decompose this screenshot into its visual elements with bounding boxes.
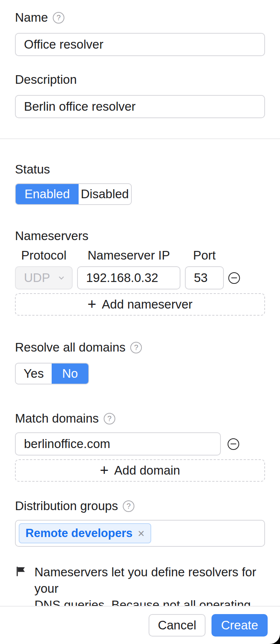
nameservers-label: Nameservers xyxy=(15,229,88,243)
port-input[interactable] xyxy=(185,266,224,289)
remove-domain-icon[interactable] xyxy=(228,438,239,450)
add-nameserver-label: Add nameserver xyxy=(102,297,192,312)
help-icon[interactable]: ? xyxy=(53,12,64,24)
section-divider xyxy=(0,138,280,139)
add-domain-label: Add domain xyxy=(114,463,180,478)
match-domains-label: Match domains xyxy=(15,411,99,426)
nameservers-header: Protocol Nameserver IP Port xyxy=(15,248,265,263)
distribution-groups-label-row: Distribution groups ? xyxy=(15,499,265,513)
chevron-down-icon xyxy=(57,273,66,282)
flag-icon xyxy=(15,566,26,577)
help-icon[interactable]: ? xyxy=(104,413,115,424)
match-domains-label-row: Match domains ? xyxy=(15,411,265,426)
plus-icon: + xyxy=(100,463,109,478)
resolve-all-domains-toggle: Yes No xyxy=(15,363,89,384)
screen-corner-artifact xyxy=(270,634,280,644)
resolver-form: Name ? Description Status Enabled Disabl… xyxy=(0,0,280,644)
group-tag: Remote developers × xyxy=(19,523,151,543)
help-icon[interactable]: ? xyxy=(130,342,142,353)
description-label: Description xyxy=(15,73,77,87)
description-label-row: Description xyxy=(15,73,265,87)
name-label-row: Name ? xyxy=(15,10,265,25)
create-button[interactable]: Create xyxy=(211,614,268,637)
remove-nameserver-icon[interactable] xyxy=(228,272,240,284)
port-column-header: Port xyxy=(185,248,224,263)
note-line: Nameservers let you define resolvers for… xyxy=(34,564,265,597)
protocol-select[interactable]: UDP xyxy=(15,266,73,289)
add-domain-button[interactable]: + Add domain xyxy=(15,459,265,482)
status-label-row: Status xyxy=(15,162,265,177)
plus-icon: + xyxy=(88,297,96,312)
resolve-all-domains-label: Resolve all domains xyxy=(15,340,125,355)
match-domain-input[interactable] xyxy=(15,432,221,456)
protocol-column-header: Protocol xyxy=(15,248,73,263)
name-label: Name xyxy=(15,10,48,25)
status-option-disabled[interactable]: Disabled xyxy=(79,184,131,204)
description-input[interactable] xyxy=(15,95,265,118)
distribution-groups-input[interactable]: Remote developers × xyxy=(15,520,265,547)
nameserver-ip-input[interactable] xyxy=(77,266,180,289)
nameserver-ip-column-header: Nameserver IP xyxy=(77,248,180,263)
footer-action-bar: Cancel Create xyxy=(0,606,280,644)
cancel-button[interactable]: Cancel xyxy=(149,614,206,637)
status-toggle: Enabled Disabled xyxy=(15,183,132,205)
nameservers-label-row: Nameservers xyxy=(15,229,265,243)
protocol-select-value: UDP xyxy=(24,271,50,285)
name-input[interactable] xyxy=(15,33,265,56)
help-icon[interactable]: ? xyxy=(123,500,134,512)
resolve-option-yes[interactable]: Yes xyxy=(16,364,52,384)
status-label: Status xyxy=(15,162,50,177)
status-option-enabled[interactable]: Enabled xyxy=(16,184,79,204)
nameserver-row: UDP xyxy=(15,266,265,289)
group-tag-label: Remote developers xyxy=(25,527,133,540)
distribution-groups-label: Distribution groups xyxy=(15,499,118,513)
add-nameserver-button[interactable]: + Add nameserver xyxy=(15,293,265,316)
resolve-option-no[interactable]: No xyxy=(52,364,88,384)
close-icon[interactable]: × xyxy=(138,528,144,539)
match-domain-row xyxy=(15,432,265,456)
resolve-all-domains-label-row: Resolve all domains ? xyxy=(15,340,265,355)
